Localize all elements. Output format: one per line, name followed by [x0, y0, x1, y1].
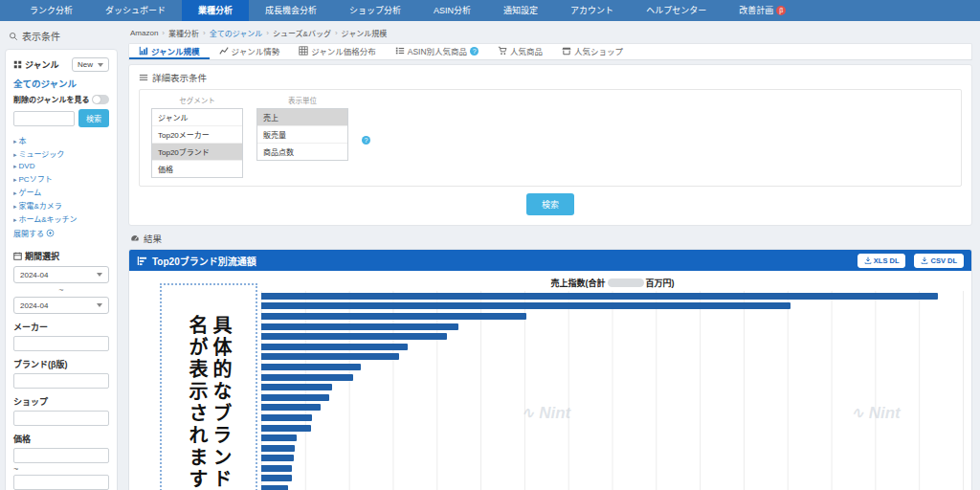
- period-to-select[interactable]: 2024-04: [13, 297, 109, 314]
- bar: [261, 302, 791, 309]
- xls-download-button[interactable]: XLS DL: [858, 254, 906, 268]
- bar-row: [261, 423, 963, 434]
- bar-row: [261, 322, 963, 332]
- period-separator: ~: [13, 285, 109, 295]
- genre-tree-item[interactable]: ▸PCソフト: [13, 171, 109, 185]
- bar: [261, 425, 311, 432]
- nav-item-5[interactable]: ショップ分析: [333, 0, 417, 21]
- tab-label: 人気商品: [510, 45, 543, 56]
- segment-option[interactable]: Top20メーカー: [152, 126, 242, 144]
- all-genre-link[interactable]: 全てのジャンル: [13, 77, 109, 90]
- tab-ジャンル価格分布[interactable]: ジャンル価格分布: [289, 44, 386, 59]
- breadcrumb-item: シューズ&バッグ: [273, 28, 331, 38]
- tree-arrow-icon: ▸: [13, 203, 17, 210]
- sidebar-header: 表示条件: [5, 21, 118, 49]
- brand-label: ブランド(β版): [13, 358, 109, 370]
- download-icon: [921, 256, 928, 264]
- csv-download-button[interactable]: CSV DL: [914, 254, 964, 268]
- hbar-chart-icon: [137, 256, 147, 266]
- search-submit-button[interactable]: 検索: [526, 193, 574, 215]
- chart-header: Top20ブランド別流通額 XLS DL CSV DL: [129, 250, 971, 271]
- download-icon: [864, 256, 872, 264]
- tree-arrow-icon: ▸: [13, 151, 17, 158]
- tab-ASIN別人気商品[interactable]: ASIN別人気商品?: [386, 44, 488, 59]
- help-icon[interactable]: ?: [470, 47, 479, 56]
- nav-item-8[interactable]: アカウント: [554, 0, 630, 21]
- tab-ジャンル規模[interactable]: ジャンル規模: [129, 44, 210, 59]
- nav-item-7[interactable]: 通知設定: [487, 0, 554, 21]
- chevron-down-icon: [97, 273, 102, 277]
- watermark: ∿ Nint: [521, 403, 570, 423]
- genre-version-select[interactable]: New: [72, 57, 109, 72]
- chart-panel-title: Top20ブランド別流通額: [152, 254, 849, 268]
- genre-tree-item[interactable]: ▸ミュージック: [13, 146, 109, 160]
- tab-label: ASIN別人気商品: [408, 45, 467, 56]
- bar: [261, 394, 329, 401]
- nav-item-3[interactable]: 業種分析: [182, 0, 249, 21]
- nav-item-6[interactable]: ASIN分析: [417, 0, 487, 21]
- tab-人気ショップ[interactable]: 人気ショップ: [552, 44, 633, 59]
- genre-tree-item[interactable]: ▸家電&カメラ: [13, 198, 109, 212]
- genre-tree-item[interactable]: ▸ゲーム: [13, 185, 109, 198]
- bar-row: [261, 311, 963, 322]
- segment-option[interactable]: ジャンル: [152, 109, 242, 126]
- genre-tree: ▸本▸ミュージック▸DVD▸PCソフト▸ゲーム▸家電&カメラ▸ホーム&キッチン: [13, 133, 109, 225]
- bar: [261, 414, 312, 421]
- bar: [261, 353, 399, 360]
- bar: [261, 374, 353, 381]
- tree-arrow-icon: ▸: [13, 176, 17, 183]
- tab-ジャンル情勢[interactable]: ジャンル情勢: [210, 44, 290, 59]
- unit-option[interactable]: 商品点数: [257, 144, 347, 160]
- brand-input[interactable]: [13, 373, 109, 389]
- genre-tree-item[interactable]: ▸本: [13, 133, 109, 146]
- segment-option[interactable]: 価格: [152, 161, 242, 177]
- genre-tree-item[interactable]: ▸DVD: [13, 160, 109, 171]
- breadcrumb-item: ジャンル規模: [342, 28, 388, 38]
- period-from-select[interactable]: 2024-04: [13, 266, 109, 283]
- shop-input[interactable]: [13, 411, 109, 426]
- price-max-input[interactable]: [13, 475, 109, 490]
- expand-link[interactable]: 展開する: [13, 228, 55, 238]
- bar: [261, 445, 295, 452]
- nav-badge: β: [776, 6, 786, 15]
- nav-item-4[interactable]: 成長機会分析: [249, 0, 333, 21]
- unit-list: 売上販売量商品点数: [256, 108, 348, 161]
- plus-circle-icon: [46, 229, 55, 237]
- nav-item-1[interactable]: ランク分析: [13, 0, 89, 21]
- bar-row: [261, 331, 963, 342]
- genre-search-button[interactable]: 検索: [78, 109, 109, 127]
- breadcrumb-separator: ›: [266, 29, 269, 37]
- segment-option[interactable]: Top20ブランド: [152, 144, 242, 161]
- detail-conditions-title: 詳細表示条件: [152, 71, 207, 84]
- gauge-icon: [130, 234, 140, 243]
- results-title: 結果: [144, 232, 162, 245]
- bar: [261, 465, 292, 472]
- maker-label: メーカー: [13, 321, 109, 333]
- chart-card: Top20ブランド別流通額 XLS DL CSV DL 売上指数(合計百万円) …: [128, 249, 972, 490]
- breadcrumb-item[interactable]: 全てのジャンル: [210, 28, 263, 38]
- cart-icon: [498, 46, 507, 56]
- nav-item-2[interactable]: ダッシュボード: [89, 0, 182, 21]
- watermark: ∿ Nint: [851, 403, 901, 423]
- unit-option[interactable]: 売上: [257, 109, 347, 126]
- search-icon: [9, 32, 18, 41]
- breadcrumb-separator: ›: [335, 29, 338, 37]
- bar-row: [261, 433, 963, 443]
- tab-人気商品[interactable]: 人気商品: [488, 44, 552, 59]
- bar-row: [261, 454, 963, 464]
- segment-list-title: セグメント: [151, 95, 243, 105]
- unit-option[interactable]: 販売量: [257, 126, 347, 144]
- tab-label: 人気ショップ: [574, 45, 623, 56]
- genre-search-input[interactable]: [13, 111, 75, 126]
- price-min-input[interactable]: [13, 448, 109, 463]
- list-icon: [395, 46, 405, 56]
- nav-item-9[interactable]: ヘルプセンター: [630, 0, 723, 21]
- sidebar: 表示条件 ジャンル New 全てのジャンル 削除のジャンルを見る 検索: [0, 21, 122, 490]
- deleted-genre-toggle[interactable]: [92, 95, 109, 104]
- maker-input[interactable]: [13, 336, 109, 351]
- nav-item-10[interactable]: 改善計画β: [723, 0, 802, 21]
- genre-tree-item[interactable]: ▸ホーム&キッチン: [13, 212, 109, 225]
- tree-arrow-icon: ▸: [13, 189, 17, 196]
- help-icon[interactable]: ?: [362, 136, 370, 145]
- period-section-label: 期間選択: [13, 250, 109, 262]
